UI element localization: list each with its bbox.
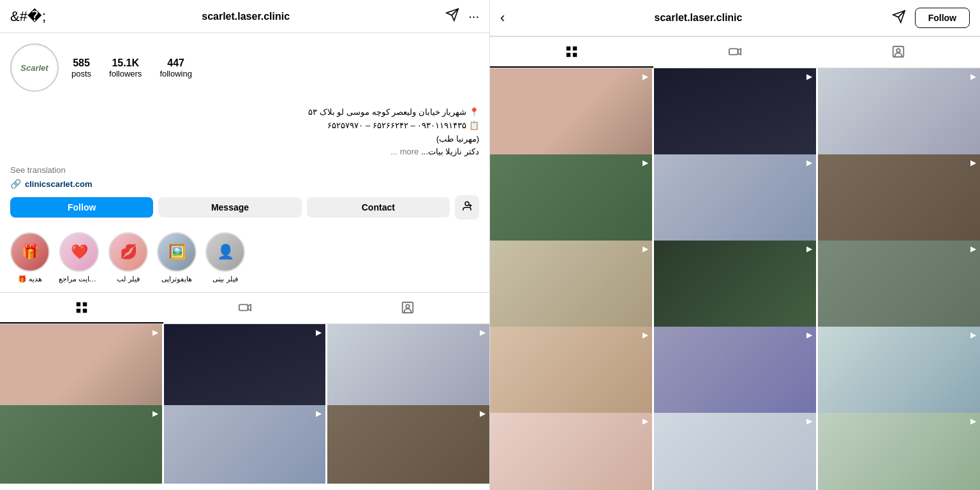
story-label: فیلر لب <box>117 275 139 283</box>
following-count: 447 <box>167 57 184 69</box>
video-icon: ▶ <box>642 72 648 81</box>
posts-stat: 585 posts <box>71 57 91 78</box>
grid-item[interactable]: رضایتمراجعه کننده عزیزمون ▶ <box>0 405 162 484</box>
svg-point-1 <box>465 202 469 205</box>
story-circle: 🖼️ <box>157 232 197 272</box>
contact-button[interactable]: Contact <box>307 197 450 218</box>
stats: 585 posts 15.1K followers 447 following <box>71 57 192 78</box>
right-tab-tagged[interactable] <box>817 37 980 68</box>
right-tab-grid[interactable] <box>490 37 653 68</box>
grid-item[interactable]: BEFORE / AFTER ▶ <box>654 413 816 490</box>
followers-label: followers <box>109 69 142 78</box>
svg-marker-18 <box>738 48 741 54</box>
back-button[interactable]: &#�; <box>10 8 46 25</box>
video-icon: ▶ <box>806 158 812 167</box>
tab-grid[interactable] <box>0 293 163 323</box>
svg-rect-15 <box>567 53 570 57</box>
right-send-icon[interactable] <box>892 10 906 27</box>
bio-line3: (مهرنیا طب) <box>436 134 479 144</box>
video-icon: ▶ <box>642 158 648 167</box>
followers-count: 15.1K <box>112 57 139 69</box>
video-icon: ▶ <box>970 417 976 426</box>
followers-stat: 15.1K followers <box>109 57 142 78</box>
svg-rect-14 <box>573 47 577 50</box>
story-item[interactable]: 💋 فیلر لب <box>108 232 148 283</box>
profile-section: Scarlet 585 posts 15.1K followers 447 fo… <box>0 33 489 106</box>
follow-button[interactable]: Follow <box>10 197 153 218</box>
story-circle: ❤️ <box>59 232 99 272</box>
grid-item[interactable]: عوامل تفاوتقیمت لیزر در کلینیک ها ▶ <box>327 405 489 484</box>
send-icon[interactable] <box>445 8 459 25</box>
video-icon: ▶ <box>642 417 648 426</box>
following-stat: 447 following <box>160 57 192 78</box>
avatar: Scarlet <box>10 43 59 92</box>
bio-section: 📍 شهریار خیابان ولیعصر کوچه موسی لو بلاک… <box>0 106 489 164</box>
right-username: scarlet.laser.clinic <box>655 12 743 24</box>
bio-line1: 📍 شهریار خیابان ولیعصر کوچه موسی لو بلاک… <box>308 107 479 117</box>
svg-marker-9 <box>248 305 251 311</box>
right-tabs <box>490 36 980 68</box>
left-tabs <box>0 292 489 324</box>
video-icon: ▶ <box>480 409 486 418</box>
video-icon: ▶ <box>970 244 976 253</box>
story-item[interactable]: 🎁 🎁 هدیه <box>10 232 50 283</box>
following-label: following <box>160 69 192 78</box>
tab-video[interactable] <box>163 293 327 323</box>
grid-item[interactable]: جراحی نکن !!!با هایفو غیبت از بین بر ▶ <box>818 413 980 490</box>
stories-row: 🎁 🎁 هدیه ❤️ رضایت مراجع... 💋 فیلر لب 🖼️ … <box>0 227 489 292</box>
right-grid: BEFORE / AFTER ▶ حواست باشه فیکشبهت ندن … <box>490 68 980 490</box>
bio-line2: 📋 ۰۹۳۰۱۱۹۱۴۳۵ – ۶۵۲۶۶۲۴۲ – ۶۵۲۵۷۹۷۰ <box>327 121 479 130</box>
profile-top: Scarlet 585 posts 15.1K followers 447 fo… <box>10 43 479 92</box>
story-item[interactable]: 🖼️ هایفوتراپی <box>157 232 197 283</box>
left-header-icons: ··· <box>445 8 479 25</box>
bio-more[interactable]: more ... <box>390 147 419 156</box>
video-icon: ▶ <box>642 244 648 253</box>
story-item[interactable]: 👤 فیلر بینی <box>205 232 245 283</box>
posts-label: posts <box>71 69 91 78</box>
posts-count: 585 <box>73 57 90 69</box>
grid-item[interactable]: BEFORE / AFTER ▶ <box>490 413 652 490</box>
story-circle: 👤 <box>205 232 245 272</box>
see-translation[interactable]: See translation <box>0 164 489 176</box>
right-header-icons: Follow <box>892 8 970 28</box>
left-grid: BEFORE / AFTER ▶ حواست باشه فیکشبهت ندن … <box>0 324 489 484</box>
action-buttons: Follow Message Contact <box>0 195 489 227</box>
right-tab-video[interactable] <box>653 37 817 68</box>
add-person-button[interactable] <box>455 195 479 219</box>
svg-point-11 <box>406 305 410 309</box>
link-icon: 🔗 <box>10 179 21 189</box>
story-circle: 🎁 <box>10 232 50 272</box>
left-username: scarlet.laser.clinic <box>202 11 290 22</box>
video-icon: ▶ <box>642 330 648 339</box>
video-icon: ▶ <box>970 158 976 167</box>
video-icon: ▶ <box>806 244 812 253</box>
story-label: فیلر بینی <box>212 275 237 283</box>
tab-tagged[interactable] <box>326 293 489 323</box>
svg-point-20 <box>896 48 900 52</box>
video-icon: ▶ <box>806 72 812 81</box>
right-follow-button[interactable]: Follow <box>915 8 970 28</box>
svg-rect-16 <box>573 53 577 57</box>
video-icon: ▶ <box>480 328 486 337</box>
right-back-button[interactable]: ‹ <box>500 10 505 26</box>
left-header: &#�; scarlet.laser.clinic ··· <box>0 0 489 33</box>
video-icon: ▶ <box>316 409 322 418</box>
story-label: 🎁 هدیه <box>18 275 42 283</box>
profile-link[interactable]: clinicscarlet.com <box>25 179 93 189</box>
svg-rect-8 <box>239 305 248 311</box>
bio-line4: دکتر نازیلا بیات... <box>421 147 479 156</box>
svg-rect-7 <box>83 309 87 313</box>
svg-rect-6 <box>77 309 80 313</box>
svg-rect-13 <box>567 47 570 50</box>
grid-item[interactable]: خوشگل خانگیپیج بشتابید 😍 ▶ <box>164 405 326 484</box>
video-icon: ▶ <box>806 417 812 426</box>
message-button[interactable]: Message <box>158 197 301 218</box>
video-icon: ▶ <box>806 330 812 339</box>
more-icon[interactable]: ··· <box>468 9 479 24</box>
story-item[interactable]: ❤️ رضایت مراجع... <box>59 232 100 283</box>
svg-rect-5 <box>83 302 87 306</box>
video-icon: ▶ <box>970 330 976 339</box>
story-circle: 💋 <box>108 232 148 272</box>
video-icon: ▶ <box>152 328 158 337</box>
right-header: ‹ scarlet.laser.clinic Follow <box>490 0 980 36</box>
